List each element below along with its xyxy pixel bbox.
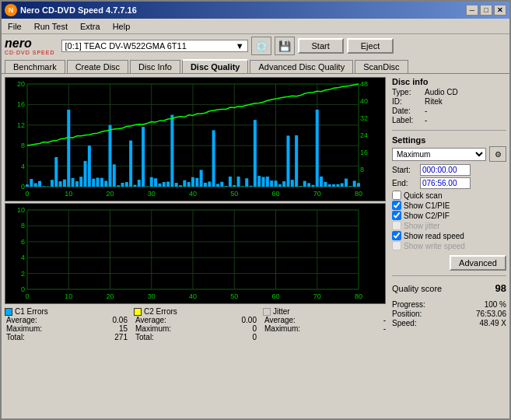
- chart-panel: C1 Errors Average: 0.06 Maximum: 15 Tota…: [2, 74, 389, 418]
- drive-label: [0:1] TEAC DV-W522GMA 6T11: [65, 41, 187, 51]
- show-c2-row: Show C2/PIF: [392, 211, 506, 220]
- nero-logo-subtitle: CD·DVD SPEED: [5, 50, 55, 55]
- tab-benchmark[interactable]: Benchmark: [5, 60, 65, 73]
- speed-row: Maximum ⚙: [392, 146, 506, 162]
- start-button[interactable]: Start: [298, 38, 344, 54]
- show-read-speed-row: Show read speed: [392, 231, 506, 240]
- app-icon: N: [5, 4, 17, 16]
- quality-score-value: 98: [495, 282, 506, 294]
- legend-jitter-color: [263, 308, 271, 316]
- settings-title: Settings: [392, 135, 506, 145]
- settings-section: Settings Maximum ⚙ Start: End:: [392, 135, 506, 271]
- disc-icon-button[interactable]: 💿: [251, 37, 271, 55]
- maximize-button[interactable]: □: [480, 5, 492, 16]
- legend-c2-data: Average: 0.00 Maximum: 0 Total: 0: [134, 316, 257, 341]
- legend-c1-data: Average: 0.06 Maximum: 15 Total: 271: [5, 316, 128, 341]
- show-write-speed-checkbox[interactable]: [392, 241, 401, 250]
- show-c1-checkbox[interactable]: [392, 201, 401, 210]
- settings-icon-button[interactable]: ⚙: [489, 146, 506, 162]
- disc-info-title: Disc info: [392, 77, 506, 86]
- position-row: Position: 76:53.06: [392, 310, 506, 318]
- tab-disc-info[interactable]: Disc Info: [130, 60, 180, 73]
- tab-disc-quality[interactable]: Disc Quality: [182, 59, 249, 73]
- speed-select[interactable]: Maximum: [392, 148, 486, 161]
- chart-bottom: [5, 203, 386, 304]
- progress-section: Progress: 100 % Position: 76:53.06 Speed…: [392, 300, 506, 328]
- tab-advanced-disc-quality[interactable]: Advanced Disc Quality: [250, 60, 353, 73]
- menu-bar: File Run Test Extra Help: [2, 19, 509, 34]
- tab-create-disc[interactable]: Create Disc: [67, 60, 128, 73]
- legend-c1-color: [5, 308, 12, 316]
- minimize-button[interactable]: ─: [466, 5, 478, 16]
- show-write-speed-row: Show write speed: [392, 241, 506, 250]
- disc-label-row: Label: -: [392, 116, 506, 124]
- eject-button[interactable]: Eject: [347, 38, 394, 54]
- speed-row-progress: Speed: 48.49 X: [392, 319, 506, 327]
- show-c1-row: Show C1/PIE: [392, 201, 506, 210]
- show-jitter-row: Show jitter: [392, 221, 506, 230]
- menu-help[interactable]: Help: [110, 21, 134, 32]
- nero-logo-text: nero: [5, 37, 55, 50]
- quick-scan-row: Quick scan: [392, 191, 506, 200]
- window-title: Nero CD-DVD Speed 4.7.7.16: [20, 5, 466, 15]
- toolbar: nero CD·DVD SPEED [0:1] TEAC DV-W522GMA …: [2, 34, 509, 58]
- legend-c2: C2 Errors Average: 0.00 Maximum: 0 Total…: [134, 307, 257, 341]
- show-read-speed-checkbox[interactable]: [392, 231, 401, 240]
- tabs: Benchmark Create Disc Disc Info Disc Qua…: [2, 58, 509, 73]
- drive-selector[interactable]: [0:1] TEAC DV-W522GMA 6T11 ▼: [61, 40, 248, 52]
- right-panel: Disc info Type: Audio CD ID: Ritek Date:…: [389, 74, 509, 418]
- quality-row: Quality score 98: [392, 282, 506, 294]
- show-jitter-checkbox[interactable]: [392, 221, 401, 230]
- legend-c2-title: C2 Errors: [134, 307, 257, 316]
- menu-file[interactable]: File: [5, 21, 25, 32]
- legend-jitter-title: Jitter: [263, 307, 386, 316]
- close-button[interactable]: ✕: [494, 5, 506, 16]
- menu-run-test[interactable]: Run Test: [31, 21, 71, 32]
- dropdown-arrow-icon: ▼: [236, 41, 244, 51]
- advanced-button[interactable]: Advanced: [450, 255, 506, 271]
- tab-scan-disc[interactable]: ScanDisc: [355, 60, 408, 73]
- nero-logo: nero CD·DVD SPEED: [5, 37, 55, 55]
- legend-row: C1 Errors Average: 0.06 Maximum: 15 Tota…: [5, 306, 386, 343]
- disc-info-section: Disc info Type: Audio CD ID: Ritek Date:…: [392, 77, 506, 125]
- legend-jitter-data: Average: - Maximum: -: [263, 316, 386, 333]
- window-controls: ─ □ ✕: [466, 5, 506, 16]
- disc-type-row: Type: Audio CD: [392, 88, 506, 96]
- tab-content: C1 Errors Average: 0.06 Maximum: 15 Tota…: [2, 73, 509, 418]
- main-window: N Nero CD-DVD Speed 4.7.7.16 ─ □ ✕ File …: [0, 0, 511, 420]
- separator-1: [392, 130, 506, 131]
- legend-jitter: Jitter Average: - Maximum: -: [263, 307, 386, 341]
- menu-extra[interactable]: Extra: [77, 21, 103, 32]
- chart-top: [5, 77, 386, 201]
- quality-score-label: Quality score: [392, 284, 442, 293]
- legend-c2-color: [134, 308, 142, 316]
- show-c2-checkbox[interactable]: [392, 211, 401, 220]
- separator-2: [392, 275, 506, 276]
- end-time-input[interactable]: [420, 177, 471, 189]
- end-time-row: End:: [392, 177, 506, 189]
- progress-row: Progress: 100 %: [392, 300, 506, 309]
- disc-id-row: ID: Ritek: [392, 97, 506, 106]
- legend-c1: C1 Errors Average: 0.06 Maximum: 15 Tota…: [5, 307, 128, 341]
- legend-c1-title: C1 Errors: [5, 307, 128, 316]
- title-bar: N Nero CD-DVD Speed 4.7.7.16 ─ □ ✕: [2, 2, 509, 19]
- quick-scan-checkbox[interactable]: [392, 191, 401, 200]
- disc-date-row: Date: -: [392, 107, 506, 115]
- save-icon-button[interactable]: 💾: [275, 37, 295, 55]
- start-time-input[interactable]: [420, 164, 471, 176]
- start-time-row: Start:: [392, 164, 506, 176]
